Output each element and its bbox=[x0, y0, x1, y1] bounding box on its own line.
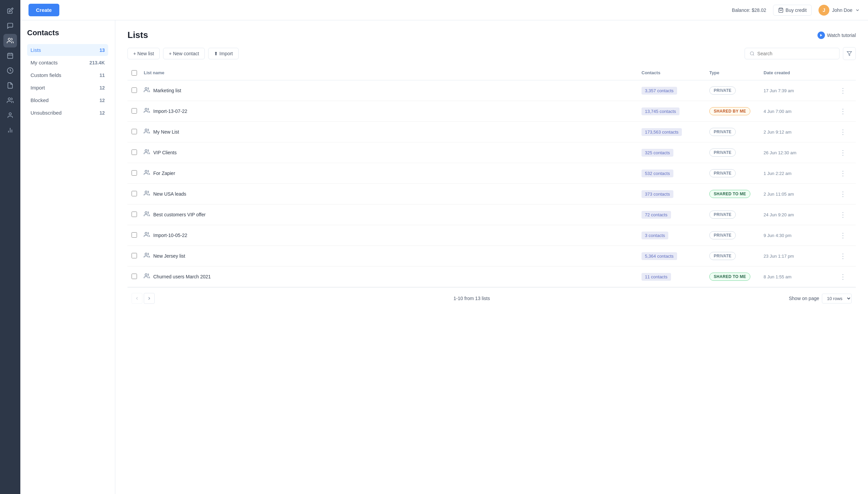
sidebar-icon-analytics[interactable] bbox=[3, 124, 17, 137]
type-badge: PRIVATE bbox=[709, 252, 736, 260]
import-button[interactable]: ⬆ Import bbox=[208, 48, 239, 59]
list-name-cell: For Zapier bbox=[144, 170, 641, 177]
sidebar-icon-calendar[interactable] bbox=[3, 49, 17, 62]
sidebar-item-my-contacts[interactable]: My contacts213.4K bbox=[27, 57, 108, 69]
watch-tutorial-label: Watch tutorial bbox=[827, 33, 856, 38]
row-more-button[interactable]: ⋮ bbox=[838, 147, 848, 158]
col-date: Date created bbox=[764, 70, 838, 77]
list-group-icon bbox=[144, 87, 150, 94]
date-created: 2 Jun 11:05 am bbox=[764, 192, 838, 197]
user-menu-button[interactable]: J John Doe bbox=[818, 5, 860, 16]
contacts-count: 173,563 contacts bbox=[641, 128, 682, 136]
sidebar-icon-compose[interactable] bbox=[3, 4, 17, 18]
next-page-button[interactable] bbox=[144, 293, 155, 304]
list-group-icon bbox=[144, 273, 150, 280]
search-box[interactable] bbox=[745, 48, 840, 59]
svg-point-0 bbox=[8, 38, 11, 41]
svg-point-25 bbox=[145, 273, 147, 276]
new-contact-button[interactable]: + New contact bbox=[163, 48, 205, 59]
row-checkbox-1[interactable] bbox=[132, 108, 137, 114]
sidebar-item-import[interactable]: Import12 bbox=[27, 82, 108, 94]
sidebar-icon-contacts[interactable] bbox=[3, 34, 17, 48]
list-name[interactable]: New Jersey list bbox=[153, 253, 185, 259]
row-checkbox-7[interactable] bbox=[132, 232, 137, 238]
table-row: My New List 173,563 contacts PRIVATE 2 J… bbox=[128, 122, 856, 142]
sidebar-item-blocked[interactable]: Blocked12 bbox=[27, 94, 108, 106]
sidebar-item-unsubscribed[interactable]: Unsubscribed12 bbox=[27, 107, 108, 119]
list-name[interactable]: Churned users March 2021 bbox=[153, 274, 211, 279]
rows-dropdown[interactable]: 10 rows 25 rows 50 rows bbox=[822, 293, 852, 303]
type-badge: PRIVATE bbox=[709, 169, 736, 177]
new-list-button[interactable]: + New list bbox=[128, 48, 160, 59]
sidebar-icon-messages[interactable] bbox=[3, 19, 17, 33]
list-name[interactable]: VIP Clients bbox=[153, 150, 177, 155]
type-badge: PRIVATE bbox=[709, 231, 736, 240]
date-created: 1 Jun 2:22 am bbox=[764, 171, 838, 176]
row-more-button[interactable]: ⋮ bbox=[838, 127, 848, 137]
pagination-buttons bbox=[132, 293, 155, 304]
row-checkbox-2[interactable] bbox=[132, 129, 137, 134]
pagination: 1-10 from 13 lists Show on page 10 rows … bbox=[128, 287, 856, 309]
table-row: Best customers VIP offer 72 contacts PRI… bbox=[128, 205, 856, 225]
sidebar-icon-user[interactable] bbox=[3, 109, 17, 122]
chevron-down-icon bbox=[855, 8, 860, 13]
list-name[interactable]: Best customers VIP offer bbox=[153, 212, 206, 217]
filter-icon bbox=[847, 51, 852, 56]
list-name-cell: VIP Clients bbox=[144, 149, 641, 156]
pagination-info: 1-10 from 13 lists bbox=[454, 296, 490, 301]
show-on-page-label: Show on page bbox=[789, 296, 819, 301]
list-name[interactable]: My New List bbox=[153, 129, 179, 135]
row-more-button[interactable]: ⋮ bbox=[838, 250, 848, 261]
row-checkbox-4[interactable] bbox=[132, 170, 137, 176]
sidebar-item-custom-fields[interactable]: Custom fields11 bbox=[27, 69, 108, 81]
col-type: Type bbox=[709, 70, 764, 77]
row-more-button[interactable]: ⋮ bbox=[838, 230, 848, 241]
row-more-button[interactable]: ⋮ bbox=[838, 168, 848, 179]
list-name[interactable]: Import-13-07-22 bbox=[153, 109, 187, 114]
sidebar-icon-team[interactable] bbox=[3, 94, 17, 107]
search-icon bbox=[750, 51, 755, 56]
list-name[interactable]: Marketing list bbox=[153, 88, 181, 93]
row-checkbox-6[interactable] bbox=[132, 212, 137, 217]
svg-marker-12 bbox=[820, 34, 822, 37]
date-created: 26 Jun 12:30 am bbox=[764, 150, 838, 155]
row-more-button[interactable]: ⋮ bbox=[838, 106, 848, 117]
row-checkbox-3[interactable] bbox=[132, 150, 137, 155]
list-group-icon bbox=[144, 149, 150, 156]
prev-page-button[interactable] bbox=[132, 293, 142, 304]
list-name-cell: New Jersey list bbox=[144, 252, 641, 260]
contacts-count: 3,357 contacts bbox=[641, 87, 677, 95]
list-group-icon bbox=[144, 232, 150, 239]
col-contacts: Contacts bbox=[641, 70, 709, 77]
buy-credit-button[interactable]: Buy credit bbox=[773, 5, 812, 16]
contacts-count: 13,745 contacts bbox=[641, 108, 679, 115]
contacts-count: 5,364 contacts bbox=[641, 252, 677, 260]
list-name[interactable]: New USA leads bbox=[153, 191, 186, 197]
row-more-button[interactable]: ⋮ bbox=[838, 209, 848, 220]
search-input[interactable] bbox=[757, 51, 834, 56]
type-badge: SHARED TO ME bbox=[709, 190, 750, 198]
row-checkbox-0[interactable] bbox=[132, 88, 137, 93]
row-more-button[interactable]: ⋮ bbox=[838, 271, 848, 282]
date-created: 17 Jun 7:39 am bbox=[764, 88, 838, 93]
row-more-button[interactable]: ⋮ bbox=[838, 189, 848, 200]
filter-button[interactable] bbox=[843, 47, 856, 60]
type-badge: PRIVATE bbox=[709, 149, 736, 157]
row-checkbox-5[interactable] bbox=[132, 191, 137, 196]
row-checkbox-8[interactable] bbox=[132, 253, 137, 258]
watch-tutorial-link[interactable]: Watch tutorial bbox=[817, 32, 856, 39]
sidebar-icon-history[interactable] bbox=[3, 64, 17, 77]
row-more-button[interactable]: ⋮ bbox=[838, 85, 848, 96]
row-checkbox-9[interactable] bbox=[132, 273, 137, 279]
contacts-count: 532 contacts bbox=[641, 170, 673, 177]
contacts-count: 325 contacts bbox=[641, 149, 673, 157]
user-name-label: John Doe bbox=[832, 7, 852, 13]
date-created: 2 Jun 9:12 am bbox=[764, 130, 838, 135]
list-name[interactable]: Import-10-05-22 bbox=[153, 233, 187, 238]
play-icon bbox=[817, 32, 825, 39]
select-all-checkbox[interactable] bbox=[132, 70, 137, 76]
list-name[interactable]: For Zapier bbox=[153, 171, 175, 176]
sidebar-icon-campaigns[interactable] bbox=[3, 79, 17, 92]
create-button[interactable]: Create bbox=[28, 4, 59, 16]
sidebar-item-lists[interactable]: Lists13 bbox=[27, 44, 108, 56]
